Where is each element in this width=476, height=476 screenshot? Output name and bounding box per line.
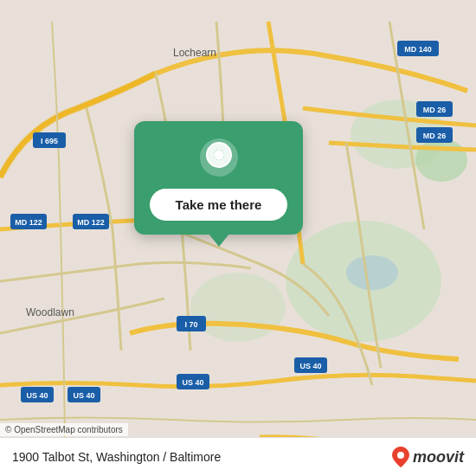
svg-point-36 bbox=[214, 150, 224, 160]
svg-text:MD 26: MD 26 bbox=[423, 106, 447, 114]
moovit-logo: moovit bbox=[392, 447, 464, 467]
svg-point-37 bbox=[397, 452, 404, 459]
svg-text:US 40: US 40 bbox=[26, 391, 48, 400]
copyright-text: © OpenStreetMap contributors bbox=[5, 425, 123, 434]
svg-text:MD 140: MD 140 bbox=[404, 45, 432, 54]
svg-text:Lochearn: Lochearn bbox=[173, 47, 216, 59]
svg-text:US 40: US 40 bbox=[182, 378, 203, 387]
map-container: Lochearn Woodlawn I 695 MD 140 MD 26 MD … bbox=[0, 0, 476, 476]
svg-text:MD 122: MD 122 bbox=[15, 218, 42, 227]
svg-text:MD 26: MD 26 bbox=[423, 132, 447, 140]
svg-point-4 bbox=[190, 273, 286, 342]
svg-text:I 695: I 695 bbox=[41, 137, 58, 145]
bottom-bar: 1900 Talbot St, Washington / Baltimore m… bbox=[0, 437, 476, 476]
address-text: 1900 Talbot St, Washington / Baltimore bbox=[12, 450, 221, 464]
svg-point-3 bbox=[415, 138, 467, 182]
svg-point-5 bbox=[346, 255, 398, 290]
svg-text:MD 122: MD 122 bbox=[77, 218, 105, 227]
svg-text:I 70: I 70 bbox=[184, 320, 197, 329]
svg-text:US 40: US 40 bbox=[299, 362, 321, 370]
map-background: Lochearn Woodlawn I 695 MD 140 MD 26 MD … bbox=[0, 0, 476, 476]
svg-text:Woodlawn: Woodlawn bbox=[26, 306, 74, 318]
popup-card: Take me there bbox=[134, 121, 303, 235]
moovit-pin-icon bbox=[392, 447, 409, 467]
svg-text:US 40: US 40 bbox=[73, 391, 94, 400]
moovit-label: moovit bbox=[413, 448, 464, 466]
location-pin-icon bbox=[198, 137, 240, 178]
copyright-bar: © OpenStreetMap contributors bbox=[0, 423, 128, 436]
take-me-there-button[interactable]: Take me there bbox=[150, 189, 287, 221]
